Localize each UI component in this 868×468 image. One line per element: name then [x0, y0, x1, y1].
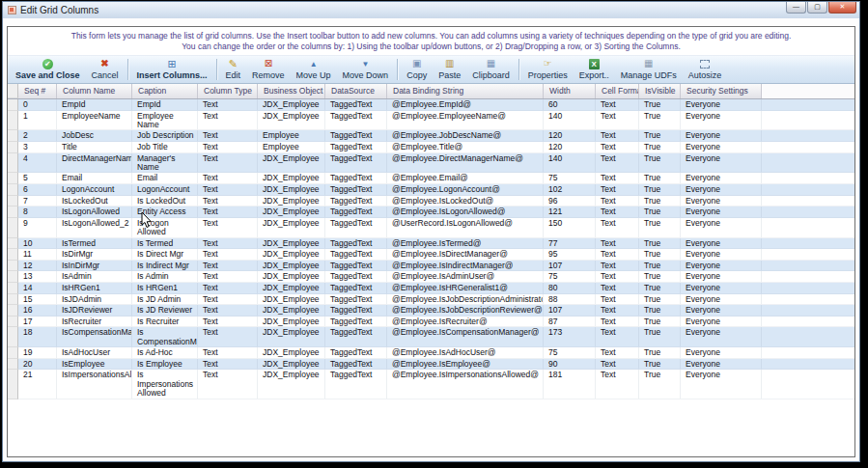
cancel-button[interactable]: ✖Cancel: [86, 57, 125, 82]
grid-cell-security[interactable]: Everyone: [681, 196, 762, 207]
grid-cell-width[interactable]: 75: [544, 347, 596, 359]
clipboard-button[interactable]: ▦Clipboard: [466, 57, 516, 82]
row-indicator[interactable]: [8, 305, 18, 317]
grid-cell-type[interactable]: Text: [198, 305, 258, 317]
grid-cell-seq[interactable]: 11: [18, 249, 57, 261]
grid-cell-type[interactable]: Text: [198, 130, 258, 142]
grid-cell-cell_format[interactable]: Text: [596, 305, 639, 317]
grid-cell-business_object[interactable]: JDX_Employee: [258, 249, 325, 261]
grid-cell-datasource[interactable]: TaggedText: [325, 283, 387, 294]
grid-cell-caption[interactable]: Job Description: [132, 130, 198, 142]
grid-cell-datasource[interactable]: TaggedText: [325, 238, 387, 250]
grid-cell-binding[interactable]: @Employee.IsHRGeneralist1@: [387, 283, 544, 294]
grid-cell-width[interactable]: 140: [544, 153, 596, 174]
grid-cell-security[interactable]: Everyone: [681, 370, 762, 399]
grid-cell-width[interactable]: 75: [544, 271, 596, 283]
grid-cell-name[interactable]: IsCompensationManager: [57, 327, 132, 347]
grid-header-business_object[interactable]: Business Object: [258, 84, 325, 98]
grid-cell-name[interactable]: Title: [57, 142, 132, 153]
grid-cell-datasource[interactable]: TaggedText: [325, 206, 387, 218]
grid-cell-binding[interactable]: @Employee.IsIndirectManager@: [387, 261, 544, 272]
grid-cell-business_object[interactable]: JDX_Employee: [258, 99, 325, 111]
grid-row[interactable]: 18IsCompensationManagerIs CompensationMa…: [8, 327, 854, 347]
grid-cell-caption[interactable]: Email: [132, 173, 198, 184]
grid-row[interactable]: 5EmailEmailTextJDX_EmployeeTaggedText@Em…: [8, 173, 854, 184]
grid-cell-width[interactable]: 95: [544, 249, 596, 261]
grid-cell-seq[interactable]: 1: [18, 111, 57, 131]
grid-cell-binding[interactable]: @Employee.Title@: [387, 142, 544, 153]
grid-row[interactable]: 12IsInDirMgrIs Indirect MgrTextJDX_Emplo…: [8, 261, 854, 272]
grid-cell-type[interactable]: Text: [198, 196, 258, 207]
grid-cell-is_visible[interactable]: True: [639, 238, 681, 250]
grid-cell-name[interactable]: IsHRGen1: [57, 283, 132, 294]
grid-cell-security[interactable]: Everyone: [681, 249, 762, 261]
grid-cell-caption[interactable]: Is HRGen1: [132, 283, 198, 294]
grid-cell-datasource[interactable]: TaggedText: [325, 142, 387, 153]
grid-cell-business_object[interactable]: JDX_Employee: [258, 370, 325, 399]
grid-cell-binding[interactable]: @Employee.IsAdminUser@: [387, 271, 544, 283]
grid-cell-caption[interactable]: Is Termed: [132, 238, 198, 250]
grid-cell-datasource[interactable]: TaggedText: [325, 196, 387, 207]
row-indicator[interactable]: [8, 111, 18, 131]
grid-cell-width[interactable]: 80: [544, 283, 596, 294]
grid-cell-name[interactable]: IsLogonAllowed: [57, 206, 132, 218]
grid-cell-business_object[interactable]: JDX_Employee: [258, 153, 325, 174]
grid-cell-seq[interactable]: 21: [18, 370, 57, 399]
grid-cell-type[interactable]: Text: [198, 327, 258, 347]
grid-cell-width[interactable]: 140: [544, 111, 596, 131]
grid-row[interactable]: 20IsEmployeeIs EmployeeTextJDX_EmployeeT…: [8, 359, 854, 371]
grid-row[interactable]: 13IsAdminIs AdminTextJDX_EmployeeTaggedT…: [8, 271, 854, 283]
grid-cell-seq[interactable]: 4: [18, 153, 57, 174]
grid-row[interactable]: 10IsTermedIs TermedTextJDX_EmployeeTagge…: [8, 238, 854, 250]
grid-cell-binding[interactable]: @Employee.IsLogonAllowed@: [387, 206, 544, 218]
grid-cell-security[interactable]: Everyone: [681, 271, 762, 283]
grid-cell-security[interactable]: Everyone: [681, 359, 762, 371]
grid-cell-binding[interactable]: @Employee.IsJobDescriptionAdministrator@: [387, 294, 544, 306]
grid-cell-business_object[interactable]: Employee: [258, 142, 325, 153]
grid-cell-binding[interactable]: @Employee.IsJobDescriptionReviewer@: [387, 305, 544, 317]
grid-cell-is_visible[interactable]: True: [639, 271, 681, 283]
grid-cell-type[interactable]: Text: [198, 283, 258, 294]
grid-header-type[interactable]: Column Type: [198, 84, 258, 98]
row-indicator[interactable]: [8, 218, 18, 238]
properties-button[interactable]: ☞Properties: [522, 57, 574, 82]
grid-cell-security[interactable]: Everyone: [681, 283, 762, 294]
grid-cell-is_visible[interactable]: True: [639, 184, 681, 196]
grid-cell-width[interactable]: 107: [544, 261, 596, 272]
grid-cell-is_visible[interactable]: True: [639, 99, 681, 111]
grid-cell-seq[interactable]: 8: [18, 206, 57, 218]
grid-cell-width[interactable]: 77: [544, 238, 596, 250]
grid-cell-width[interactable]: 120: [544, 142, 596, 153]
grid-cell-is_visible[interactable]: True: [639, 111, 681, 131]
grid-row[interactable]: 11IsDirMgrIs Direct MgrTextJDX_EmployeeT…: [8, 249, 854, 261]
grid-cell-cell_format[interactable]: Text: [596, 238, 639, 250]
grid-cell-seq[interactable]: 16: [18, 305, 57, 317]
grid-cell-caption[interactable]: Employee Name: [132, 111, 198, 131]
grid-cell-business_object[interactable]: Employee: [258, 130, 325, 142]
grid-cell-is_visible[interactable]: True: [639, 283, 681, 294]
grid-cell-name[interactable]: IsDirMgr: [57, 249, 132, 261]
row-indicator[interactable]: [8, 347, 18, 359]
grid-cell-datasource[interactable]: TaggedText: [325, 249, 387, 261]
grid-header-datasource[interactable]: DataSource: [325, 84, 387, 98]
grid-cell-binding[interactable]: @Employee.IsAdHocUser@: [387, 347, 544, 359]
grid-cell-security[interactable]: Everyone: [681, 294, 762, 306]
grid-cell-caption[interactable]: Is LockedOut: [132, 196, 198, 207]
grid-cell-security[interactable]: Everyone: [681, 173, 762, 184]
grid-cell-business_object[interactable]: JDX_Employee: [258, 271, 325, 283]
grid-cell-caption[interactable]: Is Employee: [132, 359, 198, 371]
grid-cell-datasource[interactable]: TaggedText: [325, 370, 387, 399]
close-button[interactable]: ✕: [828, 2, 856, 14]
grid-row[interactable]: 19IsAdHocUserIs Ad-HocTextJDX_EmployeeTa…: [8, 347, 854, 359]
grid-cell-business_object[interactable]: JDX_Employee: [258, 283, 325, 294]
grid-cell-cell_format[interactable]: Text: [596, 347, 639, 359]
grid-cell-width[interactable]: 181: [544, 370, 596, 399]
grid-cell-caption[interactable]: Is Admin: [132, 271, 198, 283]
grid-cell-name[interactable]: JobDesc: [57, 130, 132, 142]
grid-header-binding[interactable]: Data Binding String: [387, 84, 544, 98]
grid-cell-width[interactable]: 87: [544, 317, 596, 328]
grid-cell-is_visible[interactable]: True: [639, 249, 681, 261]
grid-cell-binding[interactable]: @Employee.IsTermed@: [387, 238, 544, 250]
grid-cell-binding[interactable]: @Employee.IsCompensationManager@: [387, 327, 544, 347]
grid-cell-binding[interactable]: @Employee.IsDirectManager@: [387, 249, 544, 261]
